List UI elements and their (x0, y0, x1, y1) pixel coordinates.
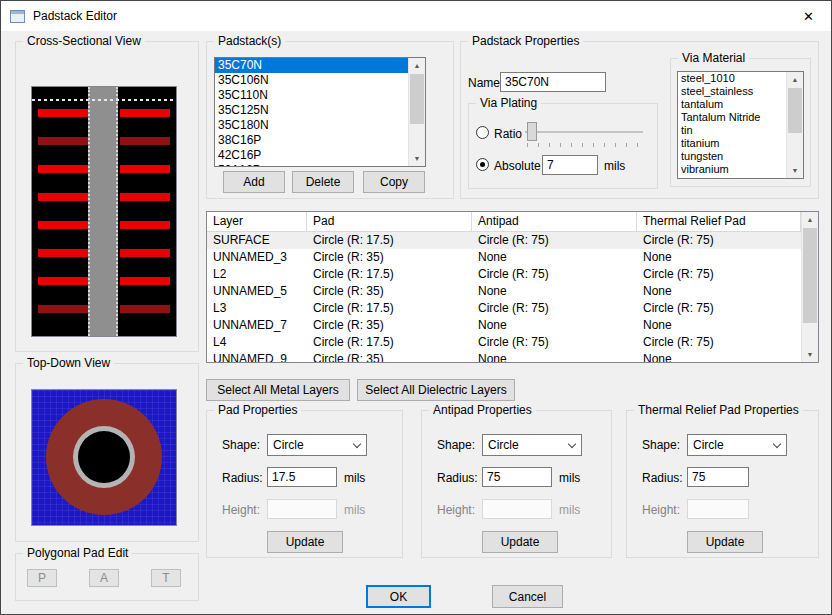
thermal-radius-field[interactable] (687, 467, 749, 487)
cancel-button[interactable]: Cancel (492, 585, 563, 608)
padstack-item[interactable]: 35C180N (215, 118, 408, 133)
layer-table-row[interactable]: L2Circle (R: 17.5)Circle (R: 75)Circle (… (207, 266, 801, 283)
cross-section-canvas (31, 86, 177, 337)
via-material-item[interactable]: vibranium (678, 163, 786, 176)
scroll-down-icon[interactable]: ▼ (409, 151, 425, 166)
layer-table-cell: L3 (207, 300, 307, 317)
layer-table-row[interactable]: UNNAMED_5Circle (R: 35)NoneNone (207, 283, 801, 300)
trace-bar (38, 137, 88, 145)
absolute-radio[interactable] (476, 158, 489, 171)
absolute-value-field[interactable] (542, 155, 598, 175)
absolute-label: Absolute (494, 159, 541, 173)
header-thermal-relief-pad: Thermal Relief Pad (637, 212, 801, 232)
slider-thumb[interactable] (527, 122, 537, 141)
via-material-item[interactable]: tungsten (678, 150, 786, 163)
layer-table-cell: Circle (R: 35) (307, 283, 472, 300)
ratio-slider[interactable] (525, 121, 643, 147)
pad-shape-select[interactable]: Circle (267, 434, 367, 456)
antipad-shape-select[interactable]: Circle (482, 434, 582, 456)
thermal-shape-select[interactable]: Circle (687, 434, 787, 456)
select-all-dielectric-button[interactable]: Select All Dielectric Layers (357, 379, 515, 401)
via-material-label: Via Material (678, 51, 749, 65)
layer-table-row[interactable]: UNNAMED_9Circle (R: 35)NoneNone (207, 351, 801, 362)
via-material-item[interactable]: tantalum (678, 98, 786, 111)
pad-radius-field[interactable] (267, 467, 337, 487)
padstack-list[interactable]: 35C70N35C106N35C110N35C125N35C180N38C16P… (214, 57, 426, 167)
layer-table-cell: None (637, 317, 801, 334)
trace-bar (120, 305, 170, 313)
antipad-shape-label: Shape: (437, 438, 475, 452)
layer-table-cell: L4 (207, 334, 307, 351)
scroll-down-icon[interactable]: ▼ (787, 163, 803, 178)
antipad-radius-label: Radius: (437, 471, 478, 485)
header-layer: Layer (207, 212, 307, 232)
scroll-up-icon[interactable]: ▲ (409, 58, 425, 73)
layer-table-row[interactable]: UNNAMED_3Circle (R: 35)NoneNone (207, 249, 801, 266)
surface-dotted-line (32, 99, 176, 101)
thermal-update-button[interactable]: Update (687, 531, 763, 553)
scrollbar-thumb[interactable] (410, 74, 424, 124)
layer-table-cell: SURFACE (207, 232, 307, 249)
padstack-item[interactable]: 35C106N (215, 73, 408, 88)
scroll-down-icon[interactable]: ▼ (802, 347, 818, 362)
name-label: Name: (468, 76, 503, 90)
name-field[interactable] (500, 72, 606, 92)
antipad-update-button[interactable]: Update (482, 531, 558, 553)
pad-properties-group: Pad Properties Shape: Circle Radius: mil… (206, 410, 403, 558)
absolute-units-label: mils (604, 159, 625, 173)
delete-button[interactable]: Delete (292, 171, 354, 193)
copy-button[interactable]: Copy (363, 171, 425, 193)
antipad-radius-field[interactable] (482, 467, 552, 487)
scrollbar-thumb[interactable] (803, 228, 817, 323)
pad-radius-units: mils (344, 471, 365, 485)
layer-table-cell: Circle (R: 75) (637, 266, 801, 283)
pad-radius-label: Radius: (222, 471, 263, 485)
pad-height-label: Height: (222, 503, 260, 517)
layer-table-body: SURFACECircle (R: 17.5)Circle (R: 75)Cir… (207, 232, 801, 362)
layer-table-row[interactable]: SURFACECircle (R: 17.5)Circle (R: 75)Cir… (207, 232, 801, 249)
padstack-item[interactable]: 38C16P (215, 133, 408, 148)
pad-height-units: mils (344, 503, 365, 517)
scroll-up-icon[interactable]: ▲ (802, 212, 818, 227)
via-material-item[interactable]: tin (678, 124, 786, 137)
via-material-items: steel_1010steel_stainlesstantalumTantalu… (678, 72, 786, 178)
via-material-item[interactable]: titanium (678, 137, 786, 150)
trace-bar (120, 165, 170, 173)
add-button[interactable]: Add (223, 171, 285, 193)
padstack-item[interactable]: 42C16P (215, 148, 408, 163)
ratio-label: Ratio (494, 127, 522, 141)
trace-bar (38, 193, 88, 201)
layer-table-cell: Circle (R: 17.5) (307, 300, 472, 317)
trace-bar (120, 221, 170, 229)
close-icon[interactable]: ✕ (786, 1, 831, 31)
thermal-properties-group: Thermal Relief Pad Properties Shape: Cir… (626, 410, 819, 558)
header-pad: Pad (307, 212, 472, 232)
select-all-metal-button[interactable]: Select All Metal Layers (206, 379, 350, 401)
layer-table-scrollbar[interactable]: ▲ ▼ (801, 212, 818, 362)
via-material-item[interactable]: Tantalum Nitride (678, 111, 786, 124)
layer-table-row[interactable]: L4Circle (R: 17.5)Circle (R: 75)Circle (… (207, 334, 801, 351)
layer-table-cell: None (472, 283, 637, 300)
padstack-item[interactable]: 50A16P (215, 163, 408, 166)
window-title: Padstack Editor (33, 9, 117, 23)
padstack-list-scrollbar[interactable]: ▲ ▼ (408, 58, 425, 166)
scrollbar-thumb[interactable] (788, 88, 802, 133)
layer-table-row[interactable]: UNNAMED_7Circle (R: 35)NoneNone (207, 317, 801, 334)
padstack-item[interactable]: 35C125N (215, 103, 408, 118)
layer-table-cell: Circle (R: 75) (637, 334, 801, 351)
padstack-item[interactable]: 35C110N (215, 88, 408, 103)
antipad-height-label: Height: (437, 503, 475, 517)
via-material-item[interactable]: steel_1010 (678, 72, 786, 85)
ratio-radio[interactable] (476, 126, 489, 139)
layer-table-row[interactable]: L3Circle (R: 17.5)Circle (R: 75)Circle (… (207, 300, 801, 317)
ok-button[interactable]: OK (366, 585, 431, 608)
via-material-list[interactable]: steel_1010steel_stainlesstantalumTantalu… (677, 71, 804, 179)
pad-update-button[interactable]: Update (267, 531, 343, 553)
scroll-up-icon[interactable]: ▲ (787, 72, 803, 87)
layer-table-cell: Circle (R: 35) (307, 249, 472, 266)
via-material-item[interactable]: steel_stainless (678, 85, 786, 98)
padstack-list-items: 35C70N35C106N35C110N35C125N35C180N38C16P… (215, 58, 408, 166)
via-material-scrollbar[interactable]: ▲ ▼ (786, 72, 803, 178)
padstack-item[interactable]: 35C70N (215, 58, 408, 73)
layer-table: Layer Pad Antipad Thermal Relief Pad SUR… (206, 211, 819, 363)
